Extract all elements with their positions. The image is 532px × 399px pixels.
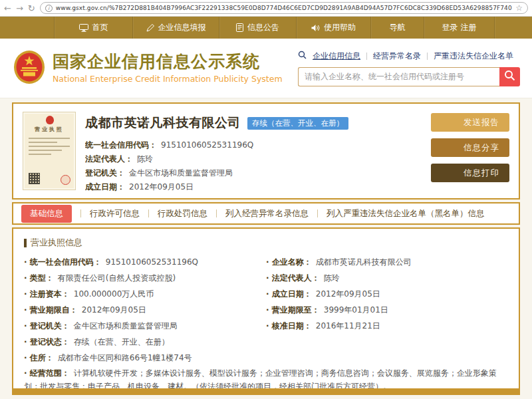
send-report-button[interactable]: 发送报告 <box>431 113 509 132</box>
nav-item-site-map[interactable]: 导航 <box>371 17 424 39</box>
nav-item-announcements[interactable]: 信息公告 <box>219 17 297 39</box>
site-subtitle: National Enterprise Credit Information P… <box>53 74 283 84</box>
print-info-button[interactable]: 信息打印 <box>431 164 509 182</box>
license-detail-card: 营业执照信息 统一社会信用代码：91510106052531196Q 类型：有限… <box>12 227 520 395</box>
tab-basic-info[interactable]: 基础信息 <box>21 205 72 223</box>
share-info-button[interactable]: 信息分享 <box>431 138 509 157</box>
section-marker <box>24 239 27 247</box>
browser-toolbar: ← → ↻ i www.gsxt.gov.cn/%7B272D881B404B7… <box>0 0 532 17</box>
search-tab-abnormal-operations[interactable]: 经营异常名录 <box>373 51 421 62</box>
forward-arrow-icon[interactable]: → <box>16 4 23 13</box>
nav-item-label: 首页 <box>92 22 108 33</box>
search-tab-serious-violations[interactable]: 严重违法失信企业名单 <box>434 51 513 62</box>
page-info-icon[interactable]: i <box>45 5 53 12</box>
nav-spacer <box>495 17 532 39</box>
company-name: 成都市英诺凡科技有限公司 <box>85 114 241 132</box>
url-text: www.gsxt.gov.cn/%7B272D881B404B7996AC3F2… <box>56 5 513 11</box>
separator <box>148 209 149 217</box>
detail-field-registered-capital: 注册资本：100.000000万人民币 <box>24 286 266 302</box>
site-logo: 国家企业信用信息公示系统 National Enterprise Credit … <box>13 50 283 86</box>
search-area: 企业信用信息 经营异常名录 严重违法失信企业名单 <box>298 51 520 86</box>
tab-administrative-penalties[interactable]: 行政处罚信息 <box>158 208 207 219</box>
detail-field-term-start: 营业期限自：2012年09月05日 <box>24 302 266 318</box>
separator <box>80 209 81 217</box>
magnifier-icon <box>504 70 515 83</box>
action-buttons: 发送报告 信息分享 信息打印 <box>431 112 509 190</box>
nav-item-label: 企业信息填报 <box>158 22 206 33</box>
detail-field-business-scope: 经营范围：计算机软硬件开发；多媒体设计服务、模型设计服务；企业管理咨询；商务信息… <box>24 366 508 393</box>
detail-left-column: 统一社会信用代码：91510106052531196Q 类型：有限责任公司(自然… <box>24 254 266 366</box>
separator <box>216 209 217 217</box>
separator <box>366 53 367 60</box>
site-title: 国家企业信用信息公示系统 <box>53 53 283 72</box>
company-summary-card: 营业执照 成都市英诺凡科技有限公司 存续（在营、开业、在册） 统一社会信用代码：… <box>12 102 520 200</box>
detail-field-term-end: 营业期限至：3999年01月01日 <box>266 302 508 318</box>
status-badge: 存续（在营、开业、在册） <box>247 117 348 130</box>
url-bar[interactable]: i www.gsxt.gov.cn/%7B272D881B404B7996AC3… <box>40 2 528 14</box>
tab-serious-violations-blacklist[interactable]: 列入严重违法失信企业名单（黑名单）信息 <box>327 208 485 219</box>
search-tabs: 企业信用信息 经营异常名录 严重违法失信企业名单 <box>298 51 520 62</box>
nav-item-label: 信息公告 <box>247 22 279 33</box>
business-license-image: 营业执照 <box>23 112 76 190</box>
detail-field-address: 住所：成都市金牛区同和路66号1幢1楼74号 <box>24 350 266 366</box>
info-tabs: 基础信息 行政许可信息 行政处罚信息 列入经营异常名录信息 列入严重违法失信企业… <box>12 202 520 225</box>
detail-right-column: 企业名称：成都市英诺凡科技有限公司 法定代表人：陈玲 成立日期：2012年09月… <box>266 254 508 366</box>
license-stamp-icon <box>61 175 70 185</box>
tab-administrative-licensing[interactable]: 行政许可信息 <box>90 208 140 219</box>
summary-field-registration-authority: 登记机关：金牛区市场和质量监督管理局 <box>85 166 422 180</box>
nav-item-label: 登录 注册 <box>442 22 477 33</box>
bookmark-star-icon[interactable]: ☆ <box>515 3 523 13</box>
detail-field-legal-rep: 法定代表人：陈玲 <box>266 270 508 286</box>
back-arrow-icon[interactable]: ← <box>4 4 11 13</box>
monitor-icon <box>79 24 88 32</box>
national-emblem-icon <box>13 50 45 86</box>
search-tab-enterprise-credit[interactable]: 企业信用信息 <box>313 51 360 62</box>
separator <box>317 209 318 217</box>
section-title: 营业执照信息 <box>24 237 508 249</box>
nav-spacer <box>0 17 55 39</box>
summary-field-legal-rep: 法定代表人：陈玲 <box>85 152 422 166</box>
nav-item-login-register[interactable]: 登录 注册 <box>424 17 495 39</box>
pen-icon <box>146 24 154 32</box>
detail-field-establish-date: 成立日期：2012年09月05日 <box>266 286 508 302</box>
search-button[interactable] <box>499 67 520 86</box>
tab-abnormal-operations-list[interactable]: 列入经营异常名录信息 <box>225 208 309 219</box>
detail-field-credit-code: 统一社会信用代码：91510106052531196Q <box>24 254 266 270</box>
detail-field-type: 类型：有限责任公司(自然人投资或控股) <box>24 270 266 286</box>
summary-field-establish-date: 成立日期：2012年09月05日 <box>85 180 422 194</box>
search-input[interactable] <box>298 67 499 86</box>
detail-field-company-name: 企业名称：成都市英诺凡科技有限公司 <box>266 254 508 270</box>
license-caption: 营业执照 <box>23 126 75 133</box>
nav-item-help[interactable]: 使用帮助 <box>297 17 371 39</box>
detail-field-registration-status: 登记状态：存续（在营、开业、在册） <box>24 334 266 350</box>
speaker-icon <box>311 24 320 32</box>
nav-item-label: 使用帮助 <box>324 22 356 33</box>
license-text-lines <box>29 138 70 158</box>
bulletin-icon <box>236 23 243 32</box>
nav-item-enterprise-filing[interactable]: 企业信息填报 <box>133 17 219 39</box>
detail-field-registration-authority: 登记机关：金牛区市场和质量监督管理局 <box>24 318 266 334</box>
detail-field-approval-date: 核准日期：2016年11月21日 <box>266 318 508 334</box>
site-header: 国家企业信用信息公示系统 National Enterprise Credit … <box>0 39 532 98</box>
license-emblem-icon <box>46 116 54 124</box>
refresh-icon[interactable]: ↻ <box>28 4 35 13</box>
nav-item-label: 导航 <box>390 22 406 33</box>
company-info: 成都市英诺凡科技有限公司 存续（在营、开业、在册） 统一社会信用代码：91510… <box>85 112 422 190</box>
main-navigation: 首页 企业信息填报 信息公告 使用帮助 导航 登录 注册 <box>0 17 532 39</box>
separator <box>427 53 428 60</box>
summary-field-credit-code: 统一社会信用代码：91510106052531196Q <box>85 138 422 152</box>
nav-item-home[interactable]: 首页 <box>55 17 133 39</box>
search-icon <box>298 51 307 61</box>
license-qr-code <box>29 173 40 184</box>
